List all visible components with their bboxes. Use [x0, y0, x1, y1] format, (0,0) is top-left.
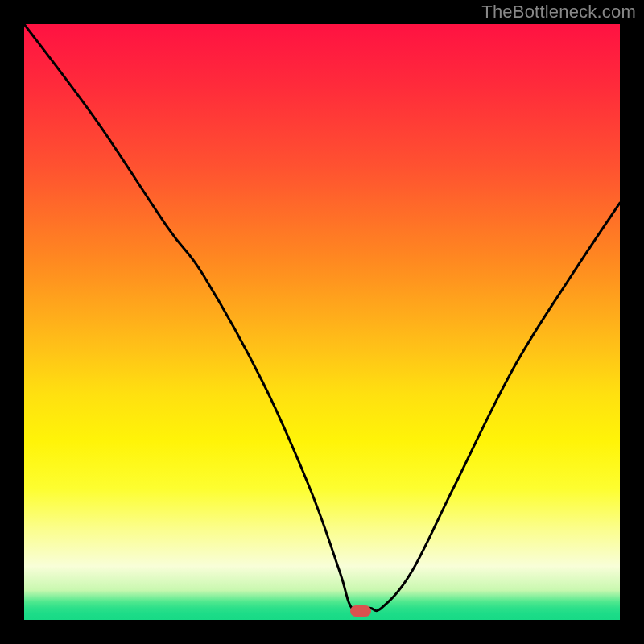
- chart-container: TheBottleneck.com: [0, 0, 644, 644]
- bottleneck-curve: [24, 24, 620, 611]
- watermark-text: TheBottleneck.com: [481, 2, 636, 23]
- optimal-point-marker: [350, 605, 371, 617]
- plot-area: [24, 24, 620, 620]
- curve-layer: [24, 24, 620, 620]
